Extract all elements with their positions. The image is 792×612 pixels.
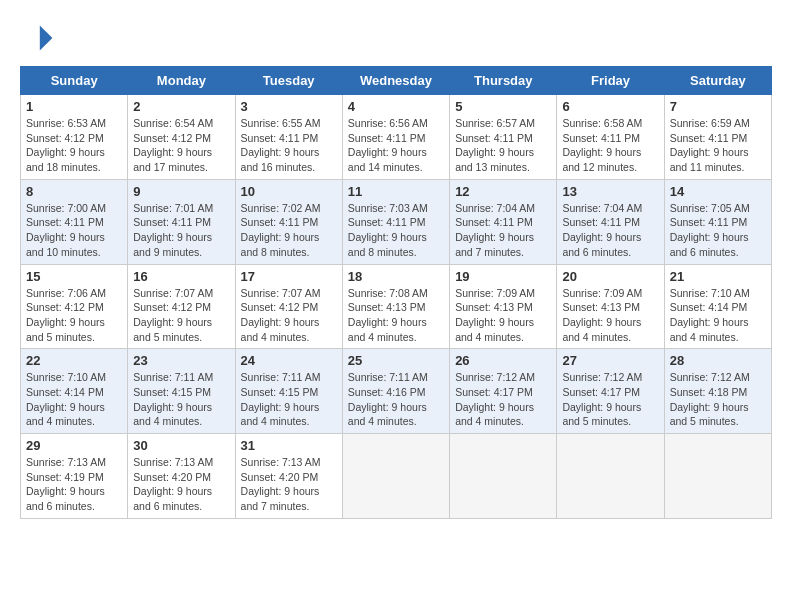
day-number: 23 — [133, 353, 229, 368]
calendar-cell: 9Sunrise: 7:01 AMSunset: 4:11 PMDaylight… — [128, 179, 235, 264]
day-info: Sunrise: 7:11 AMSunset: 4:16 PMDaylight:… — [348, 370, 444, 429]
calendar-cell: 29Sunrise: 7:13 AMSunset: 4:19 PMDayligh… — [21, 434, 128, 519]
day-header-sunday: Sunday — [21, 67, 128, 95]
calendar-cell: 11Sunrise: 7:03 AMSunset: 4:11 PMDayligh… — [342, 179, 449, 264]
calendar-cell: 14Sunrise: 7:05 AMSunset: 4:11 PMDayligh… — [664, 179, 771, 264]
day-number: 28 — [670, 353, 766, 368]
day-info: Sunrise: 7:13 AMSunset: 4:20 PMDaylight:… — [133, 455, 229, 514]
calendar-cell: 21Sunrise: 7:10 AMSunset: 4:14 PMDayligh… — [664, 264, 771, 349]
day-number: 9 — [133, 184, 229, 199]
day-info: Sunrise: 7:12 AMSunset: 4:17 PMDaylight:… — [562, 370, 658, 429]
day-number: 10 — [241, 184, 337, 199]
calendar-cell: 4Sunrise: 6:56 AMSunset: 4:11 PMDaylight… — [342, 95, 449, 180]
day-number: 5 — [455, 99, 551, 114]
calendar-cell: 17Sunrise: 7:07 AMSunset: 4:12 PMDayligh… — [235, 264, 342, 349]
day-number: 30 — [133, 438, 229, 453]
calendar-cell — [664, 434, 771, 519]
calendar-cell: 23Sunrise: 7:11 AMSunset: 4:15 PMDayligh… — [128, 349, 235, 434]
calendar-cell: 24Sunrise: 7:11 AMSunset: 4:15 PMDayligh… — [235, 349, 342, 434]
header-row: SundayMondayTuesdayWednesdayThursdayFrid… — [21, 67, 772, 95]
calendar-cell: 10Sunrise: 7:02 AMSunset: 4:11 PMDayligh… — [235, 179, 342, 264]
calendar-cell: 18Sunrise: 7:08 AMSunset: 4:13 PMDayligh… — [342, 264, 449, 349]
day-number: 11 — [348, 184, 444, 199]
day-info: Sunrise: 7:11 AMSunset: 4:15 PMDaylight:… — [241, 370, 337, 429]
calendar-cell — [342, 434, 449, 519]
day-info: Sunrise: 7:12 AMSunset: 4:17 PMDaylight:… — [455, 370, 551, 429]
calendar-cell: 6Sunrise: 6:58 AMSunset: 4:11 PMDaylight… — [557, 95, 664, 180]
day-header-tuesday: Tuesday — [235, 67, 342, 95]
calendar-cell: 3Sunrise: 6:55 AMSunset: 4:11 PMDaylight… — [235, 95, 342, 180]
day-info: Sunrise: 7:10 AMSunset: 4:14 PMDaylight:… — [670, 286, 766, 345]
week-row-1: 1Sunrise: 6:53 AMSunset: 4:12 PMDaylight… — [21, 95, 772, 180]
day-number: 26 — [455, 353, 551, 368]
header — [20, 20, 772, 56]
day-header-friday: Friday — [557, 67, 664, 95]
day-info: Sunrise: 7:13 AMSunset: 4:20 PMDaylight:… — [241, 455, 337, 514]
day-info: Sunrise: 7:01 AMSunset: 4:11 PMDaylight:… — [133, 201, 229, 260]
calendar-cell — [450, 434, 557, 519]
calendar-cell: 28Sunrise: 7:12 AMSunset: 4:18 PMDayligh… — [664, 349, 771, 434]
day-number: 21 — [670, 269, 766, 284]
day-number: 31 — [241, 438, 337, 453]
day-info: Sunrise: 7:03 AMSunset: 4:11 PMDaylight:… — [348, 201, 444, 260]
day-number: 1 — [26, 99, 122, 114]
day-number: 16 — [133, 269, 229, 284]
day-number: 13 — [562, 184, 658, 199]
day-info: Sunrise: 6:53 AMSunset: 4:12 PMDaylight:… — [26, 116, 122, 175]
day-info: Sunrise: 7:10 AMSunset: 4:14 PMDaylight:… — [26, 370, 122, 429]
day-header-monday: Monday — [128, 67, 235, 95]
calendar-cell: 16Sunrise: 7:07 AMSunset: 4:12 PMDayligh… — [128, 264, 235, 349]
calendar-cell: 12Sunrise: 7:04 AMSunset: 4:11 PMDayligh… — [450, 179, 557, 264]
day-number: 19 — [455, 269, 551, 284]
day-info: Sunrise: 6:59 AMSunset: 4:11 PMDaylight:… — [670, 116, 766, 175]
day-info: Sunrise: 6:58 AMSunset: 4:11 PMDaylight:… — [562, 116, 658, 175]
day-info: Sunrise: 7:07 AMSunset: 4:12 PMDaylight:… — [241, 286, 337, 345]
calendar-cell: 1Sunrise: 6:53 AMSunset: 4:12 PMDaylight… — [21, 95, 128, 180]
day-info: Sunrise: 6:55 AMSunset: 4:11 PMDaylight:… — [241, 116, 337, 175]
week-row-5: 29Sunrise: 7:13 AMSunset: 4:19 PMDayligh… — [21, 434, 772, 519]
calendar-cell: 19Sunrise: 7:09 AMSunset: 4:13 PMDayligh… — [450, 264, 557, 349]
day-number: 2 — [133, 99, 229, 114]
day-number: 22 — [26, 353, 122, 368]
day-info: Sunrise: 7:06 AMSunset: 4:12 PMDaylight:… — [26, 286, 122, 345]
day-number: 7 — [670, 99, 766, 114]
day-number: 8 — [26, 184, 122, 199]
day-number: 15 — [26, 269, 122, 284]
svg-marker-0 — [40, 25, 53, 50]
week-row-3: 15Sunrise: 7:06 AMSunset: 4:12 PMDayligh… — [21, 264, 772, 349]
day-number: 24 — [241, 353, 337, 368]
day-number: 27 — [562, 353, 658, 368]
logo-icon — [20, 20, 56, 56]
calendar-cell: 31Sunrise: 7:13 AMSunset: 4:20 PMDayligh… — [235, 434, 342, 519]
day-info: Sunrise: 7:02 AMSunset: 4:11 PMDaylight:… — [241, 201, 337, 260]
day-info: Sunrise: 7:13 AMSunset: 4:19 PMDaylight:… — [26, 455, 122, 514]
week-row-2: 8Sunrise: 7:00 AMSunset: 4:11 PMDaylight… — [21, 179, 772, 264]
day-info: Sunrise: 7:04 AMSunset: 4:11 PMDaylight:… — [562, 201, 658, 260]
day-number: 20 — [562, 269, 658, 284]
calendar-cell — [557, 434, 664, 519]
day-info: Sunrise: 7:00 AMSunset: 4:11 PMDaylight:… — [26, 201, 122, 260]
calendar-cell: 5Sunrise: 6:57 AMSunset: 4:11 PMDaylight… — [450, 95, 557, 180]
calendar-cell: 15Sunrise: 7:06 AMSunset: 4:12 PMDayligh… — [21, 264, 128, 349]
calendar-cell: 30Sunrise: 7:13 AMSunset: 4:20 PMDayligh… — [128, 434, 235, 519]
day-info: Sunrise: 6:54 AMSunset: 4:12 PMDaylight:… — [133, 116, 229, 175]
day-number: 6 — [562, 99, 658, 114]
calendar-cell: 2Sunrise: 6:54 AMSunset: 4:12 PMDaylight… — [128, 95, 235, 180]
day-info: Sunrise: 6:56 AMSunset: 4:11 PMDaylight:… — [348, 116, 444, 175]
week-row-4: 22Sunrise: 7:10 AMSunset: 4:14 PMDayligh… — [21, 349, 772, 434]
day-info: Sunrise: 7:07 AMSunset: 4:12 PMDaylight:… — [133, 286, 229, 345]
day-number: 4 — [348, 99, 444, 114]
day-info: Sunrise: 7:08 AMSunset: 4:13 PMDaylight:… — [348, 286, 444, 345]
day-info: Sunrise: 7:09 AMSunset: 4:13 PMDaylight:… — [455, 286, 551, 345]
svg-marker-1 — [45, 25, 52, 32]
day-number: 25 — [348, 353, 444, 368]
day-number: 3 — [241, 99, 337, 114]
calendar-cell: 22Sunrise: 7:10 AMSunset: 4:14 PMDayligh… — [21, 349, 128, 434]
calendar-cell: 20Sunrise: 7:09 AMSunset: 4:13 PMDayligh… — [557, 264, 664, 349]
day-info: Sunrise: 7:09 AMSunset: 4:13 PMDaylight:… — [562, 286, 658, 345]
calendar-cell: 13Sunrise: 7:04 AMSunset: 4:11 PMDayligh… — [557, 179, 664, 264]
day-header-wednesday: Wednesday — [342, 67, 449, 95]
calendar-cell: 25Sunrise: 7:11 AMSunset: 4:16 PMDayligh… — [342, 349, 449, 434]
day-number: 14 — [670, 184, 766, 199]
logo — [20, 20, 60, 56]
